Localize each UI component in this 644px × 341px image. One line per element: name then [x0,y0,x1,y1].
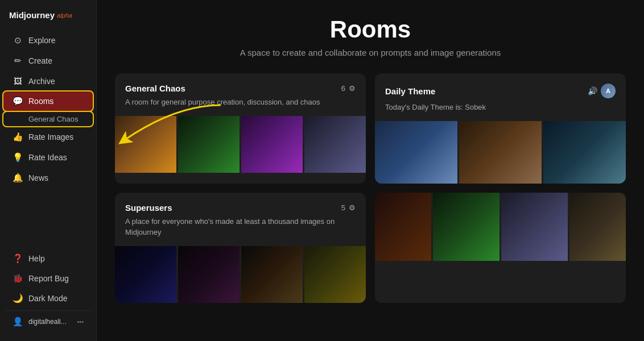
daily-theme-user-section: 🔊 A [588,84,616,98]
room-card-partial[interactable] [375,193,626,303]
room-img-partial-1 [375,193,431,261]
room-header-daily-theme: Daily Theme 🔊 A [385,84,616,98]
sidebar-item-news[interactable]: 🔔 News [3,168,93,188]
room-header-general-chaos: General Chaos 6 ⚙ [125,84,356,93]
room-title-general-chaos: General Chaos [125,84,185,93]
room-img-gc-2 [178,116,240,173]
dark-mode-icon: 🌙 [13,293,23,303]
room-header-superusers: Superusers 5 ⚙ [125,203,356,213]
sidebar-item-archive[interactable]: 🖼 Archive [3,72,93,90]
sidebar-item-archive-label: Archive [28,77,55,86]
room-desc-general-chaos: A room for general purpose creation, dis… [125,97,356,108]
superusers-member-count: 5 [341,203,345,212]
user-avatar-icon: 👤 [13,317,23,327]
sidebar-item-create[interactable]: ✏ Create [3,51,93,70]
room-images-partial [375,193,626,261]
rate-ideas-icon: 💡 [13,152,23,163]
avatar-letter: A [606,88,610,94]
sidebar-bottom: ❓ Help 🐞 Report Bug 🌙 Dark Mode 👤 digita… [0,246,96,334]
room-img-su-3 [241,246,303,303]
sidebar: Midjourney alpha ⊙ Explore ✏ Create 🖼 Ar… [0,0,97,341]
sidebar-item-dark-mode[interactable]: 🌙 Dark Mode [3,289,93,308]
sidebar-item-rate-images[interactable]: 👍 Rate Images [3,127,93,147]
room-images-general-chaos [115,116,366,173]
room-title-superusers: Superusers [125,203,172,213]
room-img-partial-4 [569,193,626,261]
rooms-grid-bottom: Superusers 5 ⚙ A place for everyone who'… [115,193,626,303]
sidebar-item-report-bug[interactable]: 🐞 Report Bug [3,269,93,288]
room-desc-superusers: A place for everyone who's made at least… [125,216,356,238]
user-more-icon: ••• [77,318,84,325]
sidebar-item-help-label: Help [28,254,45,263]
report-bug-icon: 🐞 [13,273,23,284]
sidebar-subitem-general-chaos[interactable]: General Chaos [3,112,93,126]
help-icon: ❓ [13,253,23,264]
news-icon: 🔔 [13,173,23,183]
superusers-settings-icon: ⚙ [349,203,356,212]
general-chaos-member-count: 6 [341,84,345,93]
room-img-dt-1 [375,121,457,184]
main-content: Rooms A space to create and collaborate … [97,0,644,341]
logo-alpha: alpha [57,12,72,19]
room-title-daily-theme: Daily Theme [385,86,435,96]
logo-text: Midjourney [9,10,55,20]
room-img-gc-4 [304,116,366,173]
rooms-grid-top: General Chaos 6 ⚙ A room for general pur… [115,73,626,184]
general-chaos-members-icon: ⚙ [349,84,356,93]
sidebar-item-report-bug-label: Report Bug [28,274,69,283]
sidebar-item-create-label: Create [28,56,52,65]
speaker-icon: 🔊 [588,86,597,95]
sidebar-item-rate-ideas[interactable]: 💡 Rate Ideas [3,148,93,167]
room-img-dt-2 [459,121,542,184]
room-img-su-1 [115,246,176,303]
sidebar-item-rooms[interactable]: 💬 Rooms [3,92,93,111]
sidebar-item-rate-images-label: Rate Images [28,132,73,142]
sidebar-item-rate-ideas-label: Rate Ideas [28,153,67,162]
room-img-dt-3 [543,121,626,184]
room-img-su-2 [178,246,240,303]
page-subtitle: A space to create and collaborate on pro… [115,48,626,57]
room-desc-daily-theme: Today's Daily Theme is: Sobek [385,102,616,113]
room-img-gc-1 [115,116,176,173]
create-icon: ✏ [13,56,23,66]
rooms-icon: 💬 [13,96,23,106]
sidebar-item-dark-mode-label: Dark Mode [28,294,67,303]
room-img-su-4 [304,246,366,303]
room-img-partial-2 [433,193,499,261]
room-card-general-chaos[interactable]: General Chaos 6 ⚙ A room for general pur… [115,73,366,184]
room-images-superusers [115,246,366,303]
room-card-superusers[interactable]: Superusers 5 ⚙ A place for everyone who'… [115,193,366,303]
room-meta-superusers: 5 ⚙ [341,203,356,212]
avatar: A [601,84,616,98]
sidebar-item-rooms-label: Rooms [28,97,53,106]
page-title: Rooms [115,16,626,43]
room-card-daily-theme[interactable]: Daily Theme 🔊 A Today's Daily Theme is: … [375,73,626,184]
archive-icon: 🖼 [13,76,23,86]
sidebar-item-help[interactable]: ❓ Help [3,249,93,268]
room-meta-general-chaos: 6 ⚙ [341,84,356,93]
sidebar-subitem-general-chaos-label: General Chaos [28,115,78,123]
user-profile[interactable]: 👤 digitalheali... ••• [3,310,93,331]
sidebar-item-explore-label: Explore [28,36,55,45]
logo: Midjourney alpha [0,7,96,30]
room-img-gc-3 [241,116,303,173]
username-label: digitalheali... [28,318,67,326]
sidebar-item-explore[interactable]: ⊙ Explore [3,31,93,50]
sidebar-item-news-label: News [28,173,48,182]
room-img-partial-3 [501,193,568,261]
explore-icon: ⊙ [13,35,23,45]
rate-images-icon: 👍 [13,132,23,142]
room-images-daily-theme [375,121,626,184]
